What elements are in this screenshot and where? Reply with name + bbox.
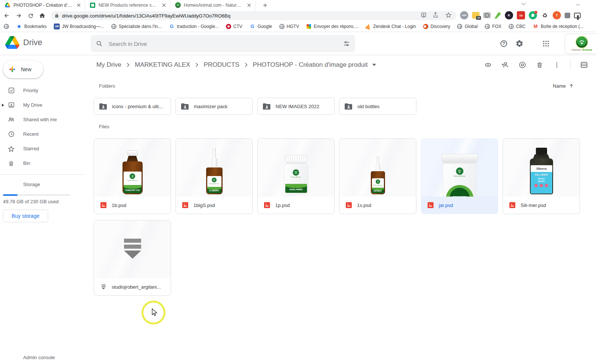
name-sort-button[interactable]: Name (553, 83, 574, 89)
tab-close-icon[interactable] (246, 2, 252, 8)
bookmark-item[interactable]: M Boîte de réception (... (533, 23, 584, 29)
google-apps-grid-icon[interactable] (541, 39, 550, 48)
breadcrumb-item[interactable]: My Drive (94, 60, 133, 70)
bookmark-item[interactable]: G Google (249, 23, 272, 29)
preview-icon[interactable] (518, 60, 527, 69)
back-icon[interactable] (2, 11, 11, 20)
extension-icon[interactable]: ♻ (541, 11, 549, 19)
sidebar-item-icon (7, 145, 15, 153)
dropdown-caret-icon[interactable] (372, 64, 376, 66)
new-tab-button[interactable] (261, 1, 270, 10)
reload-icon[interactable] (26, 11, 35, 20)
tab-title: NEW Products reference sheet - (99, 3, 158, 8)
bookmark-item[interactable]: HGTV (279, 24, 299, 29)
bookmark-favicon (306, 24, 311, 29)
file-card[interactable]: Alterra SILI-MER SILICASILICE (503, 138, 580, 214)
secure-lock-icon (55, 13, 59, 18)
account-name: Homeo Animal (572, 48, 592, 51)
account-avatar[interactable]: Homeo Animal (565, 34, 596, 54)
extension-icon[interactable]: T (553, 11, 561, 19)
bookmark-item[interactable] (4, 24, 9, 29)
get-link-icon[interactable] (484, 60, 493, 69)
extension-icon[interactable]: ABP (460, 11, 468, 19)
settings-gear-icon[interactable] (515, 39, 524, 48)
browser-tab[interactable]: HomeoAnimal.com - Natural and (170, 0, 255, 10)
extension-icon[interactable] (494, 12, 501, 19)
tab-favicon (4, 2, 10, 8)
sidebar-item[interactable]: Bin (0, 156, 90, 170)
file-card[interactable]: HomeoAnimal FLANEPET (176, 138, 253, 214)
delete-icon[interactable] (535, 60, 544, 69)
storage-progress-bar (3, 194, 70, 196)
address-bar[interactable]: drive.google.com/drive/u/1/folders/13CiA… (51, 11, 456, 20)
extension-icon[interactable]: 38 (472, 12, 479, 19)
tab-close-icon[interactable] (76, 2, 82, 8)
install-app-icon[interactable] (420, 12, 427, 20)
share-icon[interactable] (433, 12, 439, 20)
bookmark-item[interactable]: Global (457, 24, 478, 29)
new-button[interactable]: New (3, 60, 43, 78)
browser-tab[interactable]: PHOTOSHOP - Création d'image (0, 0, 85, 10)
help-icon[interactable]: ? (499, 39, 508, 48)
breadcrumb-item[interactable]: PHOTOSHOP - Création d'image produit (251, 60, 376, 70)
file-card[interactable]: HomeoAnimal TONICPET #10 (94, 138, 171, 214)
breadcrumb-separator-icon (195, 63, 198, 67)
bookmark-item[interactable]: Zendesk Chat - Login (366, 24, 416, 29)
bookmark-item[interactable]: CBC (509, 24, 525, 29)
bookmark-favicon: G (169, 23, 175, 29)
home-icon[interactable] (38, 11, 47, 20)
list-view-icon[interactable] (580, 60, 589, 69)
extension-icon[interactable] (529, 11, 537, 19)
extension-icon[interactable]: 1b (517, 11, 525, 19)
file-type-icon (509, 202, 516, 208)
drive-logo[interactable]: Drive (5, 36, 42, 49)
sidebar-item[interactable]: Recent (0, 127, 90, 141)
admin-console-icon (7, 354, 15, 361)
minimize-icon[interactable] (576, 1, 580, 7)
folder-card[interactable]: icons - premium & ulti... (94, 98, 171, 115)
bookmark-item[interactable]: FOX (485, 24, 502, 29)
add-collaborator-icon[interactable] (501, 60, 510, 69)
files-header: Files (99, 123, 574, 129)
bookmark-item[interactable]: G traduction - Google... (169, 23, 219, 29)
file-card[interactable]: HomeoAnimal PIPTOPET (339, 138, 416, 214)
bookmark-item[interactable]: Spécialiste dans l'in... (111, 24, 162, 29)
extension-icon[interactable] (483, 12, 491, 18)
drive-search-bar[interactable] (91, 35, 355, 52)
tab-close-icon[interactable] (161, 2, 167, 8)
folder-card[interactable]: old bottles (339, 98, 416, 115)
file-card[interactable]: HomeoAnimal PROBIOPET (421, 138, 498, 214)
sidebar-item[interactable]: Starred (0, 141, 90, 156)
extension-icon[interactable] (565, 13, 570, 18)
search-input[interactable] (108, 40, 338, 47)
admin-console-link[interactable]: Admin console (0, 354, 55, 361)
browser-tab[interactable]: NEW Products reference sheet - (85, 0, 170, 10)
bookmark-star-icon[interactable] (445, 12, 452, 20)
breadcrumb-item[interactable]: PRODUCTS (201, 60, 250, 70)
file-card[interactable]: studiojrobert_argilani... (94, 220, 171, 296)
expand-arrow-icon[interactable] (1, 104, 4, 107)
sidebar-item[interactable]: My Drive (0, 98, 90, 112)
bookmark-item[interactable]: Discovery (423, 24, 450, 29)
buy-storage-button[interactable]: Buy storage (3, 210, 48, 222)
shared-folder-icon (345, 103, 352, 110)
bookmark-item[interactable]: Envoyer des répons.... (306, 24, 358, 29)
bookmark-item[interactable]: JW JW Broadcasting—... (54, 23, 104, 29)
file-card[interactable]: HomeoAnimal ARGILANIMO (257, 138, 335, 214)
more-options-icon[interactable] (552, 60, 561, 69)
tab-search-icon[interactable] (521, 1, 526, 7)
search-options-icon[interactable] (343, 40, 350, 47)
bookmark-item[interactable]: ★ Bookmarks (16, 23, 47, 29)
sidebar-item[interactable]: Shared with me (0, 112, 90, 127)
folder-card[interactable]: NEW IMAGES 2022 (257, 98, 335, 115)
extension-icon[interactable] (574, 13, 581, 18)
forward-icon[interactable] (14, 11, 23, 20)
bookmark-favicon (509, 24, 514, 29)
sidebar-item[interactable]: Priority (0, 83, 90, 98)
bookmark-item[interactable]: CTV (226, 24, 242, 29)
breadcrumb-item[interactable]: MARKETING ALEX (133, 60, 201, 70)
sidebar-item-storage[interactable]: Storage (0, 177, 90, 192)
folder-card[interactable]: maximizer pack (176, 98, 253, 115)
file-thumbnail: HomeoAnimal TONICPET #10 (94, 139, 171, 197)
extension-icon[interactable]: K (505, 11, 513, 19)
